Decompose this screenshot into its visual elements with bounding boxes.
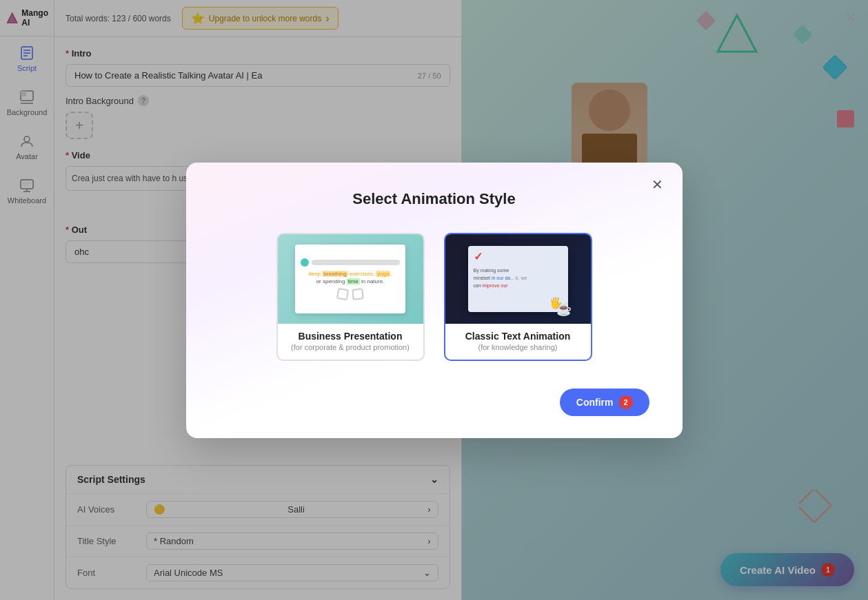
modal-close-icon: ✕ [652, 176, 663, 193]
classic-card-subtitle: (for knowledge sharing) [454, 343, 583, 351]
confirm-button[interactable]: Confirm 2 [560, 389, 649, 416]
modal-overlay: ✕ Select Animation Style deep breathing … [0, 0, 868, 600]
business-preview: deep breathing exercises, yoga, or spend… [278, 234, 423, 324]
select-animation-modal: ✕ Select Animation Style deep breathing … [186, 163, 683, 438]
business-card-info: Business Presentation (for corporate & p… [278, 324, 423, 360]
classic-preview: ✓ By making some mindset in our da... k,… [445, 234, 591, 324]
business-card-subtitle: (for corporate & product promotion) [286, 343, 415, 351]
window-close-button[interactable]: ✕ [842, 10, 858, 26]
classic-card-info: Classic Text Animation (for knowledge sh… [445, 324, 591, 360]
modal-close-button[interactable]: ✕ [647, 174, 669, 196]
animation-card-classic[interactable]: ✓ By making some mindset in our da... k,… [444, 233, 592, 361]
classic-card-title: Classic Text Animation [454, 331, 583, 342]
checkmark-icon: ✓ [474, 250, 483, 263]
animation-card-business[interactable]: deep breathing exercises, yoga, or spend… [276, 233, 425, 361]
confirm-label: Confirm [576, 397, 614, 408]
modal-footer: Confirm 2 [219, 389, 649, 416]
coffee-icon: ☕ [556, 302, 572, 317]
animation-options: deep breathing exercises, yoga, or spend… [219, 233, 649, 361]
business-card-title: Business Presentation [286, 331, 415, 342]
modal-title: Select Animation Style [219, 190, 649, 208]
confirm-badge: 2 [619, 395, 633, 409]
